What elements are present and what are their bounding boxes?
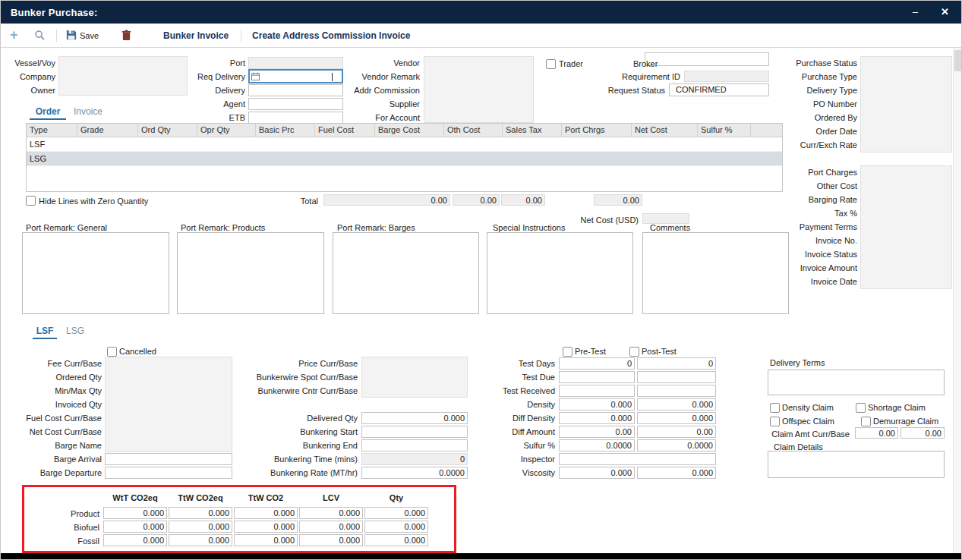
column-header[interactable]: Oth Cost [444,124,503,137]
barge-departure-field[interactable] [105,467,232,479]
co2-value-field[interactable]: 0.000 [234,507,298,519]
column-header[interactable]: Basic Prc [256,124,315,137]
add-icon[interactable]: + [10,27,22,43]
scrollbar-thumb[interactable] [954,50,962,71]
trader-checkbox[interactable] [546,59,556,69]
shortage-claim-checkbox[interactable] [856,403,866,413]
column-header[interactable]: Sulfur % [698,124,751,137]
request-status-field[interactable]: CONFIRMED [669,83,769,96]
demurrage-claim-checkbox[interactable] [861,417,871,426]
co2-value-field[interactable]: 0.000 [103,507,167,519]
diff-amount-field-2[interactable]: 0.00 [637,426,716,438]
broker-field[interactable] [645,52,769,66]
sulfur-field-1[interactable]: 0.0000 [559,439,635,451]
bunker-invoice-button[interactable]: Bunker Invoice [163,30,229,41]
co2-value-field[interactable]: 0.000 [299,534,363,546]
port-remark-barges-textarea[interactable] [333,232,479,314]
delivery-field[interactable] [248,84,343,96]
co2-value-field[interactable]: 0.000 [103,534,167,546]
density-field-2[interactable]: 0.000 [637,398,716,411]
tab-lsf[interactable]: LSF [33,326,57,339]
co2-value-field[interactable]: 0.000 [364,534,428,546]
calendar-icon[interactable] [251,72,260,80]
co2-value-field[interactable]: 0.000 [234,534,298,546]
port-remark-products-textarea[interactable] [177,232,324,314]
co2-value-field[interactable]: 0.000 [169,534,232,546]
offspec-claim-checkbox[interactable] [770,417,780,426]
column-header[interactable]: Barge Cost [375,124,444,137]
co2-column-header: LCV [299,492,363,503]
etb-field[interactable] [248,112,343,124]
column-header[interactable]: Opr Qty [197,124,256,137]
viscosity-field-1[interactable]: 0.000 [559,467,635,479]
test-due-field-2[interactable] [637,371,716,383]
claim-details-textarea[interactable] [768,451,945,478]
column-header[interactable]: Sales Tax [503,124,562,137]
diff-amount-field-1[interactable]: 0.00 [559,426,635,438]
req-delivery-field[interactable] [248,69,343,83]
claim-amt-field-2[interactable]: 0.00 [900,427,945,439]
co2-value-field[interactable]: 0.000 [234,521,298,533]
diff-density-field-2[interactable]: 0.000 [637,412,716,424]
co2-value-field[interactable]: 0.000 [364,507,428,519]
test-days-field-1[interactable]: 0 [559,357,635,370]
tab-lsg[interactable]: LSG [63,326,87,338]
column-header[interactable]: Grade [77,124,138,137]
test-days-field-2[interactable]: 0 [637,357,716,370]
co2-value-field[interactable]: 0.000 [169,521,232,533]
tab-invoice[interactable]: Invoice [69,106,107,118]
minimize-icon[interactable]: – [913,1,918,24]
cancelled-checkbox[interactable] [107,347,117,357]
claim-amt-field-1[interactable]: 0.00 [855,427,898,439]
co2-value-field[interactable]: 0.000 [299,507,363,519]
form-label: Delivery Type [775,83,857,97]
column-header[interactable]: Ord Qty [138,124,197,137]
delivered-qty-field[interactable]: 0.000 [361,412,468,424]
co2-value-field[interactable]: 0.000 [299,521,363,533]
vertical-scrollbar[interactable] [953,48,962,553]
order-grid-header: TypeGradeOrd QtyOpr QtyBasic PrcFuel Cos… [27,124,782,137]
table-row[interactable]: LSF [27,137,782,152]
search-icon[interactable] [34,30,46,41]
column-header[interactable]: Type [27,124,77,137]
special-instructions-textarea[interactable] [487,232,633,314]
column-header[interactable]: Net Cost [632,124,698,137]
post-test-checkbox[interactable] [629,347,639,357]
co2-value-field[interactable]: 0.000 [169,507,232,519]
co2-fossil-label: Fossil [46,535,99,547]
barge-arrival-field[interactable] [105,453,232,465]
co2-value-field[interactable]: 0.000 [364,521,428,533]
agent-field[interactable] [248,98,343,110]
co2-value-field[interactable]: 0.000 [103,521,167,533]
detail-left-field-group [105,357,232,452]
inspector-field[interactable] [559,453,716,465]
bunkering-end-field[interactable] [361,439,468,451]
comments-textarea[interactable] [642,232,789,314]
tab-order[interactable]: Order [30,106,66,120]
column-header[interactable]: Port Chrgs [562,124,632,137]
test-received-field-2[interactable] [637,385,716,397]
viscosity-field-2[interactable]: 0.000 [637,467,716,479]
diff-density-field-1[interactable]: 0.000 [559,412,635,424]
column-header[interactable]: Fuel Cost [315,124,375,137]
test-due-field-1[interactable] [559,371,635,383]
form-label: Inspector [456,452,555,466]
delete-icon[interactable] [121,30,131,41]
claim-amt-label: Claim Amt Curr/Base [760,428,850,440]
density-claim-checkbox[interactable] [770,403,780,413]
hide-zero-quantity-checkbox[interactable] [26,196,36,206]
sulfur-field-2[interactable]: 0.0000 [637,439,716,451]
delivery-terms-textarea[interactable] [768,370,945,395]
create-commission-invoice-button[interactable]: Create Address Commission Invoice [252,30,410,41]
window-title: Bunker Purchase: [1,7,97,18]
port-remark-general-textarea[interactable] [22,232,169,314]
bunkering-start-field[interactable] [361,426,468,438]
bunkering-rate-field[interactable]: 0.0000 [361,467,468,479]
density-field-1[interactable]: 0.000 [559,398,635,411]
form-label: Barge Name [1,439,102,452]
test-received-field-1[interactable] [559,385,635,397]
save-button[interactable]: Save [66,30,99,42]
close-icon[interactable]: ✕ [941,1,949,24]
table-row-selected[interactable]: LSG [27,152,782,166]
pre-test-checkbox[interactable] [563,347,572,357]
